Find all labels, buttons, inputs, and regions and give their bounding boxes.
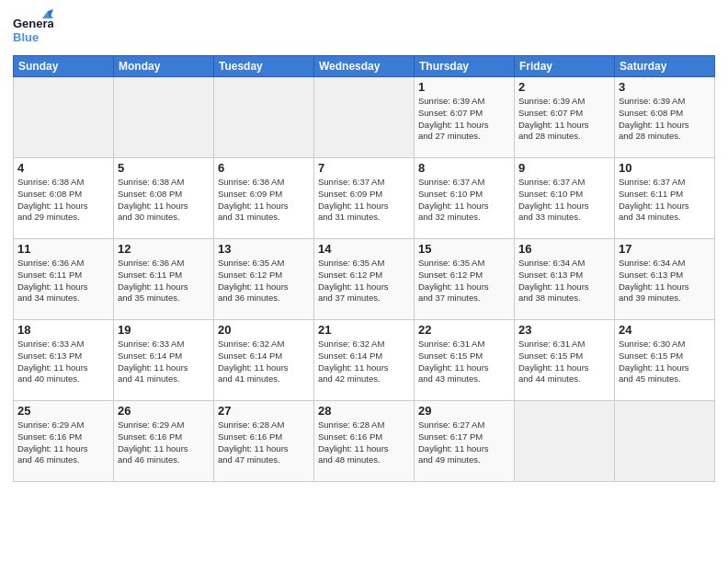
day-info: Sunrise: 6:33 AM Sunset: 6:13 PM Dayligh… [17, 339, 109, 385]
day-info: Sunrise: 6:27 AM Sunset: 6:17 PM Dayligh… [418, 419, 510, 466]
week-row-2: 4Sunrise: 6:38 AM Sunset: 6:08 PM Daylig… [14, 158, 715, 239]
day-cell: 18Sunrise: 6:33 AM Sunset: 6:13 PM Dayli… [14, 320, 114, 401]
day-number: 29 [418, 404, 510, 418]
day-number: 9 [518, 161, 610, 175]
day-cell: 22Sunrise: 6:31 AM Sunset: 6:15 PM Dayli… [415, 320, 515, 401]
day-cell: 1Sunrise: 6:39 AM Sunset: 6:07 PM Daylig… [415, 77, 515, 158]
column-header-thursday: Thursday [415, 56, 515, 77]
day-cell: 20Sunrise: 6:32 AM Sunset: 6:14 PM Dayli… [214, 320, 314, 401]
column-header-friday: Friday [515, 56, 615, 77]
week-row-1: 1Sunrise: 6:39 AM Sunset: 6:07 PM Daylig… [14, 77, 715, 158]
day-cell: 5Sunrise: 6:38 AM Sunset: 6:08 PM Daylig… [114, 158, 214, 239]
day-info: Sunrise: 6:34 AM Sunset: 6:13 PM Dayligh… [619, 258, 711, 304]
day-number: 8 [418, 161, 510, 175]
day-cell: 16Sunrise: 6:34 AM Sunset: 6:13 PM Dayli… [515, 239, 615, 320]
day-info: Sunrise: 6:36 AM Sunset: 6:11 PM Dayligh… [118, 258, 210, 304]
day-number: 1 [418, 80, 510, 94]
logo: General Blue [13, 9, 53, 50]
day-info: Sunrise: 6:37 AM Sunset: 6:11 PM Dayligh… [619, 177, 711, 224]
day-cell: 23Sunrise: 6:31 AM Sunset: 6:15 PM Dayli… [515, 320, 615, 401]
day-info: Sunrise: 6:39 AM Sunset: 6:07 PM Dayligh… [518, 96, 610, 143]
day-cell: 27Sunrise: 6:28 AM Sunset: 6:16 PM Dayli… [214, 401, 314, 482]
day-number: 26 [118, 404, 210, 418]
day-info: Sunrise: 6:38 AM Sunset: 6:08 PM Dayligh… [17, 177, 109, 224]
day-cell [14, 77, 114, 158]
day-cell: 14Sunrise: 6:35 AM Sunset: 6:12 PM Dayli… [314, 239, 415, 320]
day-info: Sunrise: 6:30 AM Sunset: 6:15 PM Dayligh… [619, 339, 711, 385]
week-row-5: 25Sunrise: 6:29 AM Sunset: 6:16 PM Dayli… [14, 401, 715, 482]
day-number: 11 [17, 242, 109, 256]
day-info: Sunrise: 6:35 AM Sunset: 6:12 PM Dayligh… [318, 258, 410, 304]
day-info: Sunrise: 6:31 AM Sunset: 6:15 PM Dayligh… [418, 339, 510, 385]
day-info: Sunrise: 6:32 AM Sunset: 6:14 PM Dayligh… [318, 339, 410, 385]
day-cell: 10Sunrise: 6:37 AM Sunset: 6:11 PM Dayli… [615, 158, 715, 239]
day-info: Sunrise: 6:37 AM Sunset: 6:10 PM Dayligh… [518, 177, 610, 224]
column-header-saturday: Saturday [615, 56, 715, 77]
day-number: 24 [619, 323, 711, 337]
day-info: Sunrise: 6:31 AM Sunset: 6:15 PM Dayligh… [518, 339, 610, 385]
day-cell: 17Sunrise: 6:34 AM Sunset: 6:13 PM Dayli… [615, 239, 715, 320]
day-info: Sunrise: 6:37 AM Sunset: 6:10 PM Dayligh… [418, 177, 510, 224]
day-cell: 3Sunrise: 6:39 AM Sunset: 6:08 PM Daylig… [615, 77, 715, 158]
day-cell [214, 77, 314, 158]
day-info: Sunrise: 6:32 AM Sunset: 6:14 PM Dayligh… [218, 339, 310, 385]
day-cell: 8Sunrise: 6:37 AM Sunset: 6:10 PM Daylig… [415, 158, 515, 239]
day-info: Sunrise: 6:28 AM Sunset: 6:16 PM Dayligh… [218, 419, 310, 466]
day-number: 14 [318, 242, 410, 256]
calendar: SundayMondayTuesdayWednesdayThursdayFrid… [13, 55, 715, 482]
day-info: Sunrise: 6:29 AM Sunset: 6:16 PM Dayligh… [118, 419, 210, 466]
day-number: 3 [619, 80, 711, 94]
day-number: 20 [218, 323, 310, 337]
day-info: Sunrise: 6:37 AM Sunset: 6:09 PM Dayligh… [318, 177, 410, 224]
day-info: Sunrise: 6:33 AM Sunset: 6:14 PM Dayligh… [118, 339, 210, 385]
day-number: 23 [518, 323, 610, 337]
day-cell: 24Sunrise: 6:30 AM Sunset: 6:15 PM Dayli… [615, 320, 715, 401]
day-number: 12 [118, 242, 210, 256]
day-cell: 9Sunrise: 6:37 AM Sunset: 6:10 PM Daylig… [515, 158, 615, 239]
day-cell [515, 401, 615, 482]
day-cell: 19Sunrise: 6:33 AM Sunset: 6:14 PM Dayli… [114, 320, 214, 401]
day-info: Sunrise: 6:36 AM Sunset: 6:11 PM Dayligh… [17, 258, 109, 304]
day-info: Sunrise: 6:38 AM Sunset: 6:09 PM Dayligh… [218, 177, 310, 224]
day-number: 5 [118, 161, 210, 175]
day-cell: 11Sunrise: 6:36 AM Sunset: 6:11 PM Dayli… [14, 239, 114, 320]
day-number: 10 [619, 161, 711, 175]
week-row-3: 11Sunrise: 6:36 AM Sunset: 6:11 PM Dayli… [14, 239, 715, 320]
day-number: 19 [118, 323, 210, 337]
day-cell: 26Sunrise: 6:29 AM Sunset: 6:16 PM Dayli… [114, 401, 214, 482]
day-number: 18 [17, 323, 109, 337]
page: General Blue SundayMondayTuesdayWednesda… [0, 0, 728, 563]
day-info: Sunrise: 6:39 AM Sunset: 6:07 PM Dayligh… [418, 96, 510, 143]
header: General Blue [13, 9, 715, 50]
day-cell: 4Sunrise: 6:38 AM Sunset: 6:08 PM Daylig… [14, 158, 114, 239]
column-header-sunday: Sunday [14, 56, 114, 77]
day-number: 15 [418, 242, 510, 256]
day-info: Sunrise: 6:39 AM Sunset: 6:08 PM Dayligh… [619, 96, 711, 143]
day-info: Sunrise: 6:34 AM Sunset: 6:13 PM Dayligh… [518, 258, 610, 304]
day-number: 28 [318, 404, 410, 418]
day-cell: 15Sunrise: 6:35 AM Sunset: 6:12 PM Dayli… [415, 239, 515, 320]
header-row: SundayMondayTuesdayWednesdayThursdayFrid… [14, 56, 715, 77]
day-cell: 29Sunrise: 6:27 AM Sunset: 6:17 PM Dayli… [415, 401, 515, 482]
column-header-tuesday: Tuesday [214, 56, 314, 77]
day-cell: 2Sunrise: 6:39 AM Sunset: 6:07 PM Daylig… [515, 77, 615, 158]
day-number: 22 [418, 323, 510, 337]
column-header-wednesday: Wednesday [314, 56, 415, 77]
day-info: Sunrise: 6:38 AM Sunset: 6:08 PM Dayligh… [118, 177, 210, 224]
day-info: Sunrise: 6:35 AM Sunset: 6:12 PM Dayligh… [418, 258, 510, 304]
day-number: 17 [619, 242, 711, 256]
day-number: 16 [518, 242, 610, 256]
day-number: 2 [518, 80, 610, 94]
day-number: 13 [218, 242, 310, 256]
day-cell: 21Sunrise: 6:32 AM Sunset: 6:14 PM Dayli… [314, 320, 415, 401]
day-info: Sunrise: 6:35 AM Sunset: 6:12 PM Dayligh… [218, 258, 310, 304]
day-cell [114, 77, 214, 158]
day-cell: 12Sunrise: 6:36 AM Sunset: 6:11 PM Dayli… [114, 239, 214, 320]
svg-text:Blue: Blue [13, 30, 39, 44]
day-number: 25 [17, 404, 109, 418]
column-header-monday: Monday [114, 56, 214, 77]
week-row-4: 18Sunrise: 6:33 AM Sunset: 6:13 PM Dayli… [14, 320, 715, 401]
day-info: Sunrise: 6:29 AM Sunset: 6:16 PM Dayligh… [17, 419, 109, 466]
day-info: Sunrise: 6:28 AM Sunset: 6:16 PM Dayligh… [318, 419, 410, 466]
day-cell [615, 401, 715, 482]
